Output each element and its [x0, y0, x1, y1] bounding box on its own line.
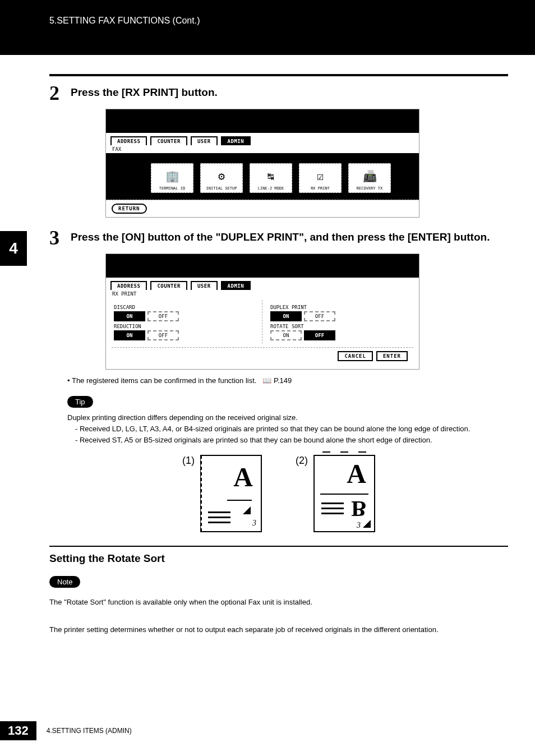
screenshot-tabs: ADDRESS COUNTER USER ADMIN	[106, 133, 419, 145]
tip-badge: Tip	[67, 396, 93, 408]
tab-user[interactable]: USER	[191, 136, 218, 145]
step-number: 3	[49, 228, 65, 248]
rule	[49, 74, 508, 76]
paper-stack-2: A B 3	[313, 455, 375, 532]
btn-recovery-tx[interactable]: 📠RECOVERY TX	[348, 163, 391, 193]
terminal-id-icon: 🏢	[153, 166, 192, 186]
diagrams: (1) A 3 (2) A B 3	[49, 455, 508, 532]
tip-list: Received LD, LG, LT, A3, A4, or B4-sized…	[67, 423, 508, 446]
rotate-on[interactable]: ON	[270, 330, 302, 340]
diagram-label-1: (1)	[182, 455, 195, 467]
step-number: 2	[49, 83, 65, 103]
tab-counter[interactable]: COUNTER	[150, 136, 187, 145]
screenshot-body: DISCARD ON OFF REDUCTION ON OFF DUPLEX P…	[106, 298, 419, 369]
tip-item: Received ST, A5 or B5-sized originals ar…	[67, 435, 508, 446]
footer-chapter: 4.SETTING ITEMS (ADMIN)	[47, 727, 132, 735]
screenshot-titlebar	[106, 254, 419, 278]
btn-terminal-id[interactable]: 🏢TERMINAL ID	[151, 163, 193, 193]
section-rule	[49, 546, 508, 547]
page-footer: 132 4.SETTING ITEMS (ADMIN)	[0, 721, 132, 740]
page-ref: P.149	[274, 376, 292, 385]
tip-intro: Duplex printing direction differs depend…	[67, 412, 508, 423]
section-description: The printer setting determines whether o…	[49, 624, 508, 635]
screenshot-rx-print-menu: ADDRESS COUNTER USER ADMIN FAX 🏢TERMINAL…	[105, 109, 419, 218]
bullet-text: The registered items can be confirmed in…	[72, 376, 257, 385]
tab-counter[interactable]: COUNTER	[150, 281, 187, 290]
reduction-on[interactable]: ON	[114, 330, 145, 340]
screenshot-titlebar	[106, 109, 419, 133]
mid-line	[227, 500, 252, 501]
note-badge: Note	[49, 576, 80, 588]
diagram-label-2: (2)	[296, 455, 308, 467]
binding-top-dashes	[322, 451, 366, 453]
left-col: DISCARD ON OFF REDUCTION ON OFF	[112, 300, 262, 344]
duplex-off[interactable]: OFF	[304, 311, 335, 321]
chapter-side-tab: 4	[0, 231, 27, 266]
step-2: 2 Press the [RX PRINT] button.	[49, 83, 508, 103]
cancel-button[interactable]: CANCEL	[338, 351, 373, 361]
note-text: The "Rotate Sort" function is available …	[49, 597, 508, 608]
letter-a: A	[233, 462, 253, 492]
step-3: 3 Press the [ON] button of the "DUPLEX P…	[49, 228, 508, 248]
text-lines-icon	[208, 508, 230, 523]
enter-button[interactable]: ENTER	[376, 351, 408, 361]
tip-item: Received LD, LG, LT, A3, A4, or B4-sized…	[67, 423, 508, 435]
text-lines-icon	[321, 499, 344, 514]
return-button[interactable]: RETURN	[112, 204, 147, 214]
screenshot-sublabel: RX PRINT	[106, 290, 419, 298]
mid-line	[320, 494, 368, 495]
line2-mode-icon: ↹	[251, 166, 290, 186]
discard-on[interactable]: ON	[114, 311, 145, 321]
discard-label: DISCARD	[114, 305, 256, 310]
dialog-actions: CANCEL ENTER	[112, 347, 413, 365]
page-number: 132	[0, 721, 36, 740]
initial-setup-icon: ⚙	[202, 166, 241, 186]
screenshot-duplex-print: ADDRESS COUNTER USER ADMIN RX PRINT DISC…	[105, 253, 419, 370]
letter-b: B	[351, 496, 366, 522]
page-content: 2 Press the [RX PRINT] button. ADDRESS C…	[0, 55, 535, 635]
rotate-sort-label: ROTATE SORT	[270, 324, 408, 329]
fold-corner-icon	[363, 520, 371, 528]
discard-off[interactable]: OFF	[147, 311, 179, 321]
tab-user[interactable]: USER	[191, 281, 218, 290]
tab-address[interactable]: ADDRESS	[110, 136, 147, 145]
bullet-note: • The registered items can be confirmed …	[67, 376, 508, 385]
diagram-2: (2) A B 3	[296, 455, 375, 532]
duplex-print-label: DUPLEX PRINT	[270, 305, 408, 310]
page-hint: 3	[357, 521, 361, 530]
tab-admin[interactable]: ADMIN	[221, 281, 251, 290]
step-instruction: Press the [RX PRINT] button.	[71, 83, 218, 100]
screenshot-bottom-bar: RETURN	[106, 200, 419, 217]
right-col: DUPLEX PRINT ON OFF ROTATE SORT ON OFF	[262, 300, 413, 344]
screenshot-body: 🏢TERMINAL ID ⚙INITIAL SETUP ↹LINE-2 MODE…	[106, 153, 419, 200]
step-instruction: Press the [ON] button of the "DUPLEX PRI…	[71, 228, 490, 245]
screenshot-tabs: ADDRESS COUNTER USER ADMIN	[106, 278, 419, 290]
page-hint: 3	[252, 519, 256, 528]
chapter-title: 5.SETTING FAX FUNCTIONS (Cont.)	[49, 16, 200, 26]
btn-label: LINE-2 MODE	[258, 186, 284, 191]
btn-initial-setup[interactable]: ⚙INITIAL SETUP	[200, 163, 243, 193]
btn-line2-mode[interactable]: ↹LINE-2 MODE	[250, 163, 292, 193]
rotate-off[interactable]: OFF	[304, 330, 335, 340]
reduction-off[interactable]: OFF	[147, 330, 179, 340]
paper-stack-1: A 3	[200, 455, 262, 532]
rx-print-icon: ☑	[301, 166, 340, 186]
btn-label: RECOVERY TX	[357, 186, 382, 191]
btn-label: TERMINAL ID	[159, 186, 185, 191]
btn-label: INITIAL SETUP	[206, 186, 237, 191]
tab-address[interactable]: ADDRESS	[110, 281, 147, 290]
top-header-bar: 5.SETTING FAX FUNCTIONS (Cont.)	[0, 0, 535, 55]
letter-a: A	[347, 458, 366, 489]
recovery-tx-icon: 📠	[350, 166, 389, 186]
diagram-1: (1) A 3	[182, 455, 262, 532]
btn-rx-print[interactable]: ☑RX PRINT	[299, 163, 342, 193]
tab-admin[interactable]: ADMIN	[221, 136, 251, 145]
fold-corner-icon	[243, 506, 251, 514]
btn-label: RX PRINT	[311, 186, 330, 191]
section-heading: Setting the Rotate Sort	[49, 552, 508, 565]
book-icon: 📖	[262, 376, 271, 385]
screenshot-sublabel: FAX	[106, 145, 419, 153]
reduction-label: REDUCTION	[114, 324, 256, 329]
duplex-on[interactable]: ON	[270, 311, 302, 321]
